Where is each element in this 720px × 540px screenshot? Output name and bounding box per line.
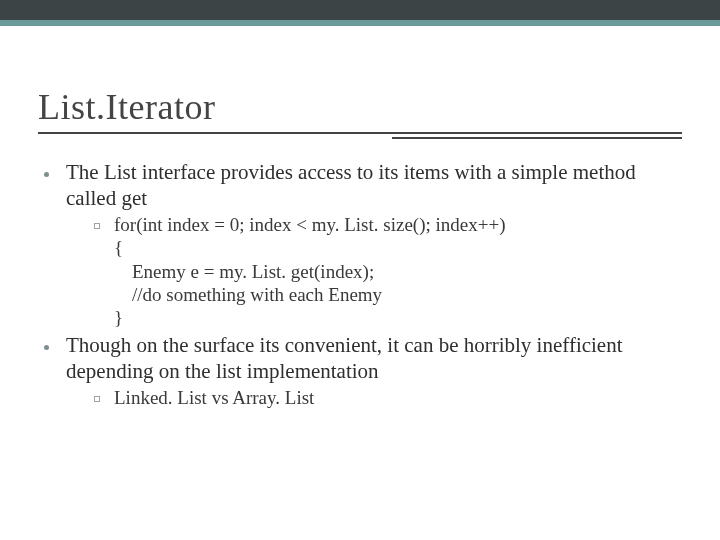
- bullet-text: Though on the surface its convenient, it…: [66, 333, 623, 383]
- code-line: //do something with each Enemy: [114, 283, 680, 306]
- slide-title: List.Iterator: [38, 86, 682, 128]
- bullet-item: The List interface provides access to it…: [40, 160, 680, 329]
- slide: List.Iterator The List interface provide…: [0, 0, 720, 540]
- slide-body: The List interface provides access to it…: [40, 160, 680, 411]
- bullet-square-icon: [94, 396, 100, 402]
- sub-bullet-item: for(int index = 0; index < my. List. siz…: [66, 213, 680, 329]
- code-line: Enemy e = my. List. get(index);: [114, 260, 680, 283]
- bullet-dot-icon: [44, 345, 49, 350]
- code-line: {: [114, 236, 680, 259]
- bullet-square-icon: [94, 223, 100, 229]
- title-underline: [38, 132, 682, 142]
- title-area: List.Iterator: [38, 86, 682, 160]
- sub-bullet-item: Linked. List vs Array. List: [66, 386, 680, 409]
- code-line: for(int index = 0; index < my. List. siz…: [114, 213, 680, 236]
- sub-bullet-text: Linked. List vs Array. List: [114, 387, 314, 408]
- code-line: }: [114, 306, 680, 329]
- bullet-text: The List interface provides access to it…: [66, 160, 636, 210]
- bullet-item: Though on the surface its convenient, it…: [40, 333, 680, 409]
- top-accent-bar: [0, 0, 720, 26]
- underline-short: [392, 137, 682, 139]
- bullet-dot-icon: [44, 172, 49, 177]
- code-block: for(int index = 0; index < my. List. siz…: [114, 213, 680, 329]
- underline-long: [38, 132, 682, 134]
